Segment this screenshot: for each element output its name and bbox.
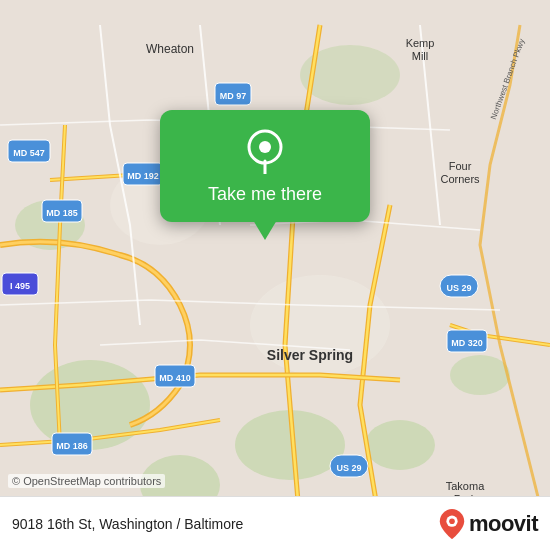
svg-text:US 29: US 29 [336, 463, 361, 473]
svg-text:MD 410: MD 410 [159, 373, 191, 383]
map-background: MD 547 MD 97 MD 192 MD 185 I 495 US 29 U… [0, 0, 550, 550]
svg-text:MD 320: MD 320 [451, 338, 483, 348]
svg-text:Takoma: Takoma [446, 480, 485, 492]
svg-text:Silver Spring: Silver Spring [267, 347, 353, 363]
moovit-logo: moovit [439, 509, 538, 539]
svg-point-40 [259, 141, 271, 153]
svg-text:MD 192: MD 192 [127, 171, 159, 181]
map-container: MD 547 MD 97 MD 192 MD 185 I 495 US 29 U… [0, 0, 550, 550]
svg-text:Corners: Corners [440, 173, 480, 185]
bottom-bar: 9018 16th St, Washington / Baltimore moo… [0, 496, 550, 550]
svg-text:Mill: Mill [412, 50, 429, 62]
svg-text:MD 186: MD 186 [56, 441, 88, 451]
take-me-there-button[interactable]: Take me there [208, 184, 322, 206]
svg-point-5 [450, 355, 510, 395]
osm-credit: © OpenStreetMap contributors [8, 474, 165, 488]
svg-text:Kemp: Kemp [406, 37, 435, 49]
svg-point-4 [365, 420, 435, 470]
svg-text:Four: Four [449, 160, 472, 172]
svg-point-42 [449, 518, 455, 524]
take-me-there-popup[interactable]: Take me there [160, 110, 370, 222]
location-pin-icon [242, 128, 288, 174]
svg-text:MD 547: MD 547 [13, 148, 45, 158]
svg-text:MD 97: MD 97 [220, 91, 247, 101]
moovit-brand-name: moovit [469, 511, 538, 537]
moovit-pin-icon [439, 509, 465, 539]
svg-text:MD 185: MD 185 [46, 208, 78, 218]
svg-text:Wheaton: Wheaton [146, 42, 194, 56]
address-label: 9018 16th St, Washington / Baltimore [12, 516, 243, 532]
svg-text:I 495: I 495 [10, 281, 30, 291]
svg-text:US 29: US 29 [446, 283, 471, 293]
